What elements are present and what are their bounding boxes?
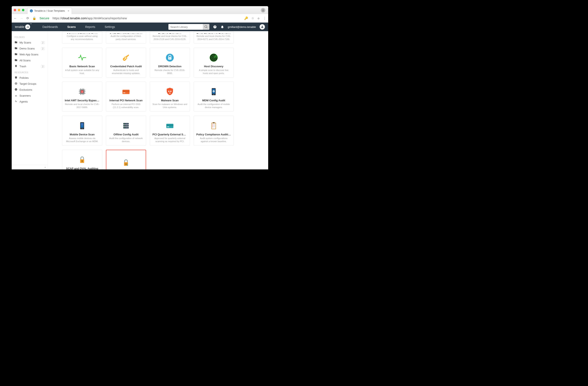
browser-window: io Tenable.io / Scan Templates × ← → ⟳ 🔒… [12,6,268,169]
reload-icon[interactable]: ⟳ [26,16,29,20]
card-title: Host Discovery [196,65,231,68]
sidebar-item-exclusions[interactable]: Exclusions [12,87,47,93]
help-icon[interactable] [213,25,217,29]
template-card-host-discovery[interactable]: Host DiscoveryA simple scan to discover … [194,47,234,78]
template-card-scap-and-oval-auditing[interactable]: SCAP and OVAL AuditingAudit systems usin… [62,150,102,169]
template-card-bash-shellshock-detection[interactable]: Bash Shellshock DetectionRemote and loca… [194,31,234,44]
menu-icon[interactable]: ⋮ [263,16,266,20]
template-card-offline-config-audit[interactable]: Offline Config AuditAudit the configurat… [106,116,146,146]
site-info-icon[interactable]: 🔑 [244,16,248,20]
phone-icon [77,120,87,132]
template-card-pci-quarterly-external-scan[interactable]: PCI Quarterly External ScanApproved for … [150,116,190,146]
card-desc: Authenticate to hosts and enumerate miss… [109,69,143,75]
sidebar-heading-folders: FOLDERS [12,34,47,40]
user-email[interactable]: gmillard@demo.tenable [228,25,256,28]
svg-point-66 [126,163,127,164]
notifications-icon[interactable] [220,25,224,29]
svg-point-57 [212,127,213,127]
card-title: SCAP and OVAL Auditing [65,167,100,169]
svg-rect-49 [166,124,173,128]
secure-label: Secure [40,16,49,20]
template-card-intel-amt-security-bypass[interactable]: Intel AMT Security Bypass ...Remote and … [62,82,102,112]
tab-close-icon[interactable]: × [68,9,69,13]
card-title: Badlock Detection [152,33,187,34]
template-card-audit-cloud-infrastructure[interactable]: Audit Cloud InfrastructureAudit the conf… [106,31,146,44]
sidebar-item-my-scans[interactable]: My Scans 2 [12,40,47,45]
svg-point-39 [82,128,83,129]
sidebar-item-demo-scans[interactable]: Demo Scans 2 [12,45,47,51]
card-title: Offline Config Audit [109,133,143,136]
sidebar-item-label: All Scans [20,59,31,62]
nav-dashboards[interactable]: Dashboards [42,25,58,28]
search-input[interactable] [168,24,203,30]
svg-point-14 [169,58,170,59]
template-card-malware-scan[interactable]: Malware ScanScan for malware on Windows … [150,82,190,112]
card-title: Internal PCI Network Scan [109,99,143,102]
brand-logo[interactable]: tenable .io™ [15,24,30,29]
nav-scans[interactable]: Scans [67,25,76,28]
template-card-internal-pci-network-scan[interactable]: Internal PCI Network ScanPerform an inte… [106,82,146,112]
card-teal-icon [165,120,175,132]
phone-gear-icon [209,86,218,98]
svg-rect-48 [126,128,128,128]
template-card-wannacry-ransomware-d[interactable]: WannaCry Ransomware D...WannaCry Detecti… [106,150,146,169]
sidebar-item-count: 2 [41,41,45,44]
template-card-mdm-config-audit[interactable]: MDM Config AuditAudit the configuration … [194,82,234,112]
app-body: FOLDERS My Scans 2 Demo Scans 2 Web App … [12,31,268,169]
minus-circle-icon [15,88,17,91]
padlock-icon [77,154,87,166]
sidebar-item-web-app-scans[interactable]: Web App Scans [12,51,47,57]
card-title: Bash Shellshock Detection [196,33,231,34]
pulse-icon [15,100,17,103]
bookmark-icon[interactable]: ☆ [252,16,254,20]
svg-point-33 [213,94,214,95]
sidebar-collapse-icon[interactable]: « [12,165,47,169]
card-title: Credentialed Patch Audit [109,65,143,68]
server-icon [121,120,131,132]
sidebar-item-scanners[interactable]: Scanners [12,93,47,99]
sidebar-item-all-scans[interactable]: All Scans [12,57,47,63]
card-title: Mobile Device Scan [65,133,100,136]
card-desc: Assess mobile devices via Microsoft Exch… [65,137,100,143]
back-icon[interactable]: ← [14,16,17,20]
window-controls[interactable] [14,9,24,11]
folder-icon [15,47,17,50]
card-desc: Audit system configurations against a kn… [196,137,231,143]
user-avatar-icon[interactable] [260,24,265,29]
svg-rect-63 [82,161,82,162]
template-card-basic-network-scan[interactable]: Basic Network ScanA full system scan sui… [62,47,102,78]
url-text[interactable]: https://cloud.tenable.com/app.html#/scan… [53,16,127,20]
maximize-window-icon[interactable] [22,9,24,11]
svg-rect-22 [123,91,130,92]
sidebar-item-trash[interactable]: Trash 2 [12,63,47,69]
card-desc: Remote and local checks for CVE-2016-211… [152,35,187,41]
svg-rect-28 [170,93,171,93]
nav-settings[interactable]: Settings [105,25,115,28]
template-card-badlock-detection[interactable]: Badlock DetectionRemote and local checks… [150,31,190,44]
padlock-sad-icon [121,157,131,169]
close-window-icon[interactable] [14,9,16,11]
sidebar-item-policies[interactable]: Policies [12,75,47,81]
template-card-advanced-network-scan[interactable]: Advanced Network ScanConfigure a scan wi… [62,31,102,44]
nav-reports[interactable]: Reports [85,25,95,28]
sidebar-item-target-groups[interactable]: Target Groups [12,81,47,87]
svg-rect-51 [167,127,169,127]
template-card-policy-compliance-auditing[interactable]: Policy Compliance AuditingAudit system c… [194,116,234,146]
search-button[interactable] [203,24,210,30]
minimize-window-icon[interactable] [18,9,20,11]
card-desc: Audit the configuration of network devic… [109,137,143,143]
browser-profile-icon[interactable] [261,8,265,13]
svg-rect-23 [123,92,126,93]
tab-title: Tenable.io / Scan Templates [34,9,65,12]
forward-icon[interactable]: → [20,16,23,20]
template-card-mobile-device-scan[interactable]: Mobile Device ScanAssess mobile devices … [62,116,102,146]
extension-icon[interactable]: ◆ [257,16,260,20]
key-icon [121,52,131,64]
browser-tab[interactable]: io Tenable.io / Scan Templates × [27,8,72,14]
browser-address-bar: ← → ⟳ 🔒 Secure https://cloud.tenable.com… [12,14,268,23]
sidebar-item-agents[interactable]: Agents [12,99,47,105]
template-card-credentialed-patch-audit[interactable]: Credentialed Patch AuditAuthenticate to … [106,47,146,78]
search-wrap [168,24,210,30]
svg-point-5 [16,96,16,96]
template-card-drown-detection[interactable]: DROWN DetectionRemote checks for CVE-201… [150,47,190,78]
